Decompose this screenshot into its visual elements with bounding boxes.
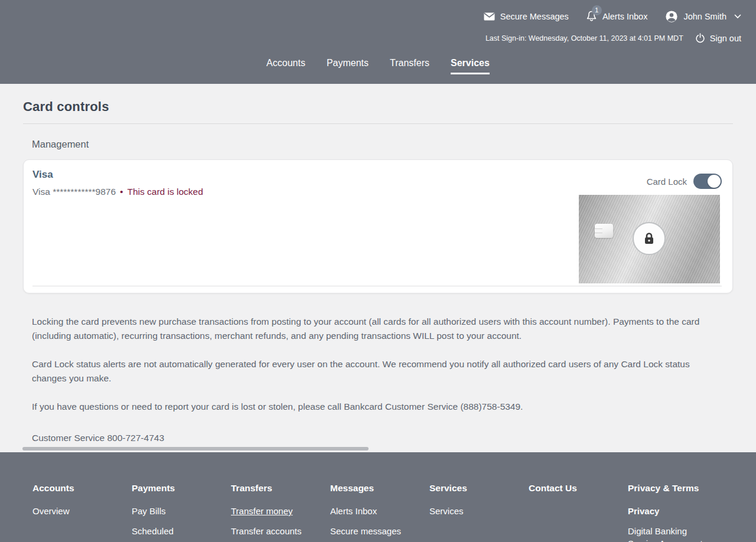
- header-utility-bar: Secure Messages 1 Alerts Inbox: [484, 10, 741, 23]
- card-lock-overlay: [633, 222, 666, 255]
- footer-header-payments: Payments: [132, 483, 231, 494]
- app-header: Secure Messages 1 Alerts Inbox: [0, 0, 756, 84]
- header-session-bar: Last Sign-in: Wednesday, October 11, 202…: [485, 33, 741, 43]
- primary-nav: Accounts Payments Transfers Services: [0, 58, 756, 74]
- app-footer: Accounts Overview Payments Pay Bills Sch…: [0, 452, 756, 542]
- footer-header-accounts: Accounts: [32, 483, 132, 494]
- footer-col-services: Services Services: [429, 483, 529, 542]
- sign-out-button[interactable]: Sign out: [695, 33, 741, 43]
- chevron-down-icon: [734, 14, 741, 19]
- footer-col-privacy-terms: Privacy & Terms Privacy Digital Banking …: [628, 483, 740, 542]
- footer-header-services: Services: [429, 483, 529, 494]
- card-name: Visa: [32, 169, 722, 181]
- last-sign-in-text: Last Sign-in: Wednesday, October 11, 202…: [485, 34, 683, 43]
- user-name: John Smith: [683, 12, 726, 21]
- footer-header-contact-us: Contact Us: [529, 483, 628, 494]
- card-lock-control: Card Lock: [647, 174, 722, 189]
- power-icon: [695, 33, 705, 43]
- alerts-badge: 1: [592, 5, 602, 15]
- footer-header-messages: Messages: [330, 483, 429, 494]
- footer-col-messages: Messages Alerts Inbox Secure messages: [330, 483, 429, 542]
- bell-icon: 1: [586, 11, 597, 22]
- title-divider: [23, 123, 733, 124]
- footer-link-scheduled[interactable]: Scheduled: [132, 525, 220, 537]
- footer-link-alerts-inbox[interactable]: Alerts Inbox: [330, 505, 419, 517]
- footer-col-accounts: Accounts Overview: [32, 483, 132, 542]
- page-title: Card controls: [23, 99, 733, 115]
- nav-tab-accounts[interactable]: Accounts: [266, 58, 305, 74]
- card-locked-status: This card is locked: [127, 187, 203, 197]
- sign-out-label: Sign out: [710, 34, 741, 43]
- panel-divider: [32, 286, 722, 286]
- toggle-knob: [708, 175, 721, 188]
- footer-link-services[interactable]: Services: [429, 505, 518, 517]
- footer-link-overview[interactable]: Overview: [32, 505, 121, 517]
- envelope-icon: [484, 12, 495, 21]
- customer-service-line: Customer Service 800-727-4743: [32, 433, 733, 443]
- card-masked-number: Visa ************9876: [32, 187, 116, 197]
- user-menu-button[interactable]: John Smith: [665, 10, 741, 23]
- footer-col-contact-us: Contact Us: [529, 483, 628, 542]
- secure-messages-button[interactable]: Secure Messages: [484, 12, 569, 21]
- card-management-panel: Visa Visa ************9876 • This card i…: [23, 159, 733, 293]
- lost-stolen-paragraph: If you have questions or need to report …: [32, 400, 714, 414]
- nav-tab-transfers[interactable]: Transfers: [390, 58, 429, 74]
- footer-col-transfers: Transfers Transfer money Transfer accoun…: [231, 483, 330, 542]
- footer-header-privacy-terms: Privacy & Terms: [628, 483, 740, 494]
- main-content: Card controls Management Visa Visa *****…: [0, 84, 756, 452]
- alerts-inbox-button[interactable]: 1 Alerts Inbox: [586, 11, 648, 22]
- alerts-notice-paragraph: Card Lock status alerts are not automati…: [32, 357, 714, 386]
- footer-link-secure-messages[interactable]: Secure messages: [330, 525, 419, 537]
- footer-link-transfer-money[interactable]: Transfer money: [231, 505, 320, 517]
- card-lock-toggle[interactable]: [693, 174, 722, 189]
- horizontal-scrollbar[interactable]: [22, 447, 369, 450]
- footer-link-transfer-accounts[interactable]: Transfer accounts: [231, 525, 320, 537]
- nav-tab-services[interactable]: Services: [451, 58, 490, 74]
- page: Secure Messages 1 Alerts Inbox: [0, 0, 756, 542]
- footer-col-payments: Payments Pay Bills Scheduled: [132, 483, 231, 542]
- footer-link-digital-banking-agreement[interactable]: Digital Banking Service Agreement: [628, 525, 716, 542]
- card-lock-label: Card Lock: [647, 177, 687, 187]
- footer-link-pay-bills[interactable]: Pay Bills: [132, 505, 220, 517]
- status-separator: •: [120, 187, 123, 197]
- lock-description-paragraph: Locking the card prevents new purchase t…: [32, 315, 714, 343]
- section-title: Management: [32, 139, 733, 150]
- secure-messages-label: Secure Messages: [500, 12, 569, 21]
- footer-header-transfers: Transfers: [231, 483, 330, 494]
- card-chip: [595, 224, 613, 238]
- alerts-inbox-label: Alerts Inbox: [602, 12, 648, 21]
- avatar-icon: [665, 10, 678, 23]
- lock-icon: [641, 231, 657, 246]
- nav-tab-payments[interactable]: Payments: [327, 58, 369, 74]
- footer-link-privacy[interactable]: Privacy: [628, 505, 716, 517]
- card-artwork: [579, 195, 720, 283]
